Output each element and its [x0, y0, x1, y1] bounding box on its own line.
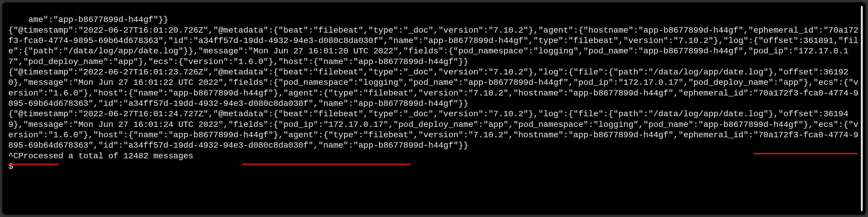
highlight-datelog: [8, 164, 59, 165]
terminal-window[interactable]: ame":"app-b8677899d-h44gf"}} {"@timestam…: [2, 2, 866, 215]
highlight-path: [754, 153, 857, 154]
log-line-3: {"@timestamp":"2022-06-27T16:01:24.727Z"…: [8, 109, 858, 150]
terminal-output: ame":"app-b8677899d-h44gf"}} {"@timestam…: [8, 4, 860, 214]
log-line-5: $: [8, 162, 13, 171]
log-line-4: ^CProcessed a total of 12482 messages: [8, 151, 193, 161]
highlight-message: [242, 164, 411, 165]
log-line-2: {"@timestamp":"2022-06-27T16:01:23.726Z"…: [8, 67, 858, 109]
log-line-1: {"@timestamp":"2022-06-27T16:01:20.726Z"…: [8, 26, 858, 67]
log-line-0: ame":"app-b8677899d-h44gf"}}: [28, 15, 168, 25]
